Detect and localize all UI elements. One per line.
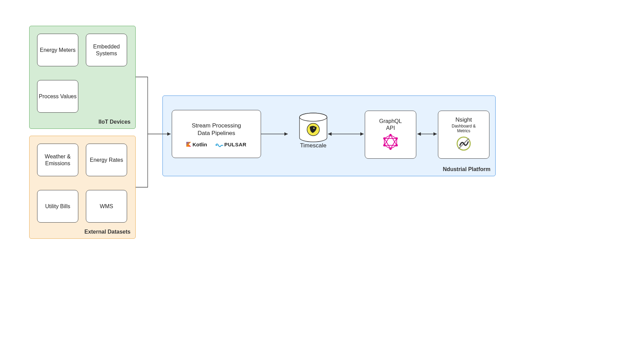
node-stream-processing: Stream Processing Data Pipelines Kotlin … [172, 110, 261, 158]
timescale-cylinder-icon [296, 112, 330, 143]
node-embedded-systems: Embedded Systems [86, 34, 127, 66]
group-label-external: External Datasets [84, 229, 131, 235]
nsight-icon [456, 136, 472, 153]
svg-point-3 [313, 127, 315, 129]
group-label-iiot: IIoT Devices [99, 119, 131, 125]
graphql-icon [383, 134, 398, 152]
node-label: Weather & Emissions [37, 153, 78, 167]
svg-point-9 [383, 137, 385, 139]
node-label: Process Values [39, 93, 77, 100]
stream-title: Stream Processing Data Pipelines [192, 122, 241, 137]
svg-point-8 [383, 144, 385, 146]
node-energy-meters: Energy Meters [37, 34, 78, 66]
node-label: Embedded Systems [86, 43, 127, 57]
svg-point-4 [389, 134, 392, 136]
kotlin-icon [186, 142, 191, 147]
node-process-values: Process Values [37, 80, 78, 113]
node-utility-bills: Utility Bills [37, 190, 78, 223]
diagram-canvas: IIoT Devices Energy Meters Embedded Syst… [0, 0, 515, 285]
svg-point-7 [389, 147, 392, 149]
stream-logos: Kotlin PULSAR [186, 142, 246, 148]
node-timescale: Timescale [286, 112, 341, 149]
svg-point-5 [396, 137, 398, 139]
node-label: Energy Meters [40, 47, 76, 54]
pulsar-logo: PULSAR [215, 142, 247, 148]
node-label: WMS [100, 203, 113, 210]
node-nsight: Nsight Dashboard & Metrics [438, 111, 489, 159]
kotlin-logo: Kotlin [186, 142, 207, 148]
group-label-platform: Ndustrial Platform [443, 166, 490, 172]
pulsar-icon [215, 142, 224, 147]
graphql-label: GraphQL API [379, 118, 402, 132]
node-label: Energy Rates [90, 157, 123, 164]
node-label: Utility Bills [45, 203, 70, 210]
node-energy-rates: Energy Rates [86, 144, 127, 176]
svg-point-6 [396, 144, 398, 146]
node-weather-emissions: Weather & Emissions [37, 144, 78, 176]
node-wms: WMS [86, 190, 127, 223]
node-graphql-api: GraphQL API [365, 111, 416, 159]
nsight-sublabel: Dashboard & Metrics [452, 124, 476, 134]
nsight-label: Nsight [455, 116, 472, 123]
